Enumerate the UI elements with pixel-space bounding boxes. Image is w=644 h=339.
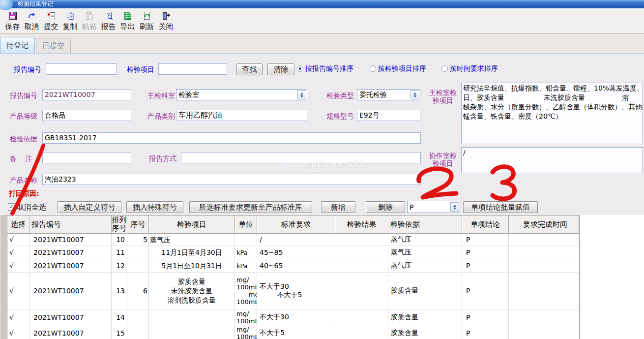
table-row[interactable]: √ 2021WT10007 13 6 胶质含量 未洗胶质含量 溶剂洗胶质含量 m… (7, 273, 579, 309)
check-icon: ✓ (9, 204, 14, 210)
col-header-item[interactable]: 检验项目 (149, 216, 235, 234)
refresh-icon (142, 11, 152, 23)
coop-items-textarea[interactable]: / (461, 147, 643, 173)
table-row[interactable]: √ 2021WT10007 12 5月1日至10月31日 kPa 40~65 蒸… (7, 259, 579, 273)
batch-assign-button[interactable]: 单项结论批量赋值 (463, 201, 538, 213)
insert-special-symbol-button[interactable]: 插入特殊符号 (126, 201, 183, 213)
report-no-label: 报告编号 (10, 92, 37, 99)
report-no-field[interactable]: 2021WT10007 (42, 89, 131, 100)
report-icon (104, 11, 114, 23)
table-row[interactable]: √ 2021WT10007 11 11月1日至4月30日 kPa 45~85 蒸… (7, 246, 579, 259)
product-category-label: 产品类别 (147, 112, 175, 120)
tab-bar: 待登记 已提交 (0, 34, 644, 54)
row-check-cell[interactable]: √ (7, 234, 29, 246)
row-check-cell[interactable]: √ (7, 246, 29, 259)
combo-spinner-icon[interactable] (410, 90, 419, 99)
delete-button[interactable]: 删除 (366, 201, 405, 213)
submit-button[interactable]: 提交 (41, 9, 60, 33)
report-button[interactable]: 报告 (99, 9, 118, 33)
main-items-label: 主检室检 验项目 (427, 89, 459, 104)
sort-by-time-radio[interactable]: 按时间要求排序 (441, 64, 498, 72)
tab-submitted[interactable]: 已提交 (36, 38, 71, 53)
test-type-label: 检验类型 (326, 92, 354, 99)
return-reason-label: 打回原因: (9, 189, 39, 198)
undo-icon (27, 11, 37, 23)
col-header-seq[interactable]: 序号 (127, 216, 149, 234)
product-grade-label: 产品等级 (10, 112, 37, 120)
row-check-cell[interactable]: √ (7, 325, 29, 339)
sort-by-item-radio[interactable]: 按检验项目排序 (370, 64, 426, 72)
conclusion-combo[interactable]: P (407, 201, 460, 213)
grid-header-row: 选择 报告编号 排列 序号 序号 检验项目 单位 标准要求 检验结果 检验依据 … (7, 216, 579, 234)
main-items-textarea[interactable]: 研究法辛烷值、抗爆指数、铅含量、馏程、10%蒸发温度、50%蒸 日、胶质含量 未… (461, 83, 643, 144)
combo-spinner-icon[interactable] (450, 202, 459, 212)
col-header-standard[interactable]: 标准要求 (257, 216, 335, 234)
coop-items-label: 协作室检 验项目 (427, 152, 459, 167)
row-check-cell[interactable]: √ (7, 259, 29, 272)
col-header-select[interactable]: 选择 (7, 216, 29, 234)
window-title: 检测结果登记 (18, 0, 53, 8)
undo-button[interactable]: 取消 (22, 9, 41, 33)
annotation-digit-2 (419, 169, 456, 197)
search-report-no-label: 报告编号 (14, 65, 41, 73)
table-row[interactable]: √ 2021WT10007 10 5 蒸气压 / 蒸气压 P (7, 234, 579, 246)
col-header-unit[interactable]: 单位 (235, 216, 257, 234)
add-button[interactable]: 新增 (321, 201, 355, 213)
spec-model-field[interactable]: E92号 (357, 110, 420, 121)
results-grid: 选择 报告编号 排列 序号 序号 检验项目 单位 标准要求 检验结果 检验依据 … (7, 215, 579, 339)
col-header-result[interactable]: 检验结果 (335, 216, 388, 234)
insert-custom-symbol-button[interactable]: 插入自定义符号 (58, 201, 121, 213)
copy-icon (65, 11, 75, 23)
col-header-basis[interactable]: 检验依据 (388, 216, 462, 234)
search-report-no-input[interactable] (46, 63, 117, 75)
main-dept-label: 主检科室 (147, 92, 175, 99)
copy-button[interactable]: 复制 (60, 9, 80, 33)
update-standard-button[interactable]: 所选标准要求更新至产品标准库 (189, 201, 312, 213)
product-category-field[interactable]: 车用乙醇汽油 (176, 110, 307, 121)
col-header-conclusion[interactable]: 单项结论 (462, 216, 509, 234)
row-check-cell[interactable]: √ (7, 309, 29, 325)
product-grade-field[interactable]: 合格品 (42, 110, 131, 121)
grid-right-blank-area (579, 215, 644, 339)
submit-icon (46, 11, 56, 23)
toolbar: 保存 取消 提交 复制 粘贴 报告 导出 刷新 关闭 (0, 8, 644, 34)
refresh-button[interactable]: 刷新 (137, 9, 156, 33)
search-item-label: 检验项目 (127, 65, 154, 73)
search-item-input[interactable] (158, 63, 227, 75)
uncheck-all-label: 取消全选 (17, 203, 46, 212)
paste-icon (85, 11, 94, 23)
grid-row-selector-strip (0, 215, 7, 339)
product-name-label: 产品名称 (10, 176, 37, 184)
main-dept-combo[interactable]: 检验室 (176, 89, 307, 100)
col-header-order-no[interactable]: 排列 序号 (112, 216, 127, 234)
report-method-label: 报告方式 (149, 154, 176, 162)
table-row[interactable]: √ 2021WT10007 14 mg/ 100mL 不大于30 胶质含量 P (7, 309, 579, 325)
remark-field[interactable] (42, 152, 131, 163)
combo-spinner-icon[interactable] (297, 90, 306, 99)
uncheck-all-checkbox[interactable]: ✓ (8, 203, 15, 211)
radio-icon (370, 65, 376, 72)
export-icon (123, 11, 133, 23)
col-header-report-no[interactable]: 报告编号 (29, 216, 112, 234)
close-icon (161, 11, 171, 23)
test-basis-label: 检验依据 (10, 135, 37, 143)
test-type-combo[interactable]: 委托检验 (357, 89, 420, 100)
radio-icon (441, 65, 448, 72)
remark-label: 备 注 (10, 154, 32, 162)
table-row[interactable]: √ 2021WT10007 15 mg/ 100mL 不大于5 胶质含量 P (7, 325, 579, 339)
col-header-deadline[interactable]: 要求完成时间 (509, 216, 579, 234)
find-button[interactable]: 查找 (236, 63, 263, 75)
export-button[interactable]: 导出 (118, 9, 137, 33)
paste-button: 粘贴 (80, 9, 99, 33)
sort-by-report-no-radio[interactable]: 按报告编号排序 (297, 64, 353, 72)
close-button[interactable]: 关闭 (156, 9, 176, 33)
save-button[interactable]: 保存 (3, 9, 22, 33)
tab-pending[interactable]: 待登记 (0, 37, 35, 53)
radio-icon (297, 65, 303, 72)
product-name-field[interactable]: 汽油2323 (42, 174, 421, 185)
test-basis-field[interactable]: GB18351-2017 (42, 132, 421, 144)
title-bar: 检测结果登记 (0, 0, 644, 8)
save-icon (8, 11, 18, 23)
row-check-cell[interactable]: √ (7, 273, 29, 309)
clear-button[interactable]: 清除 (267, 63, 294, 75)
